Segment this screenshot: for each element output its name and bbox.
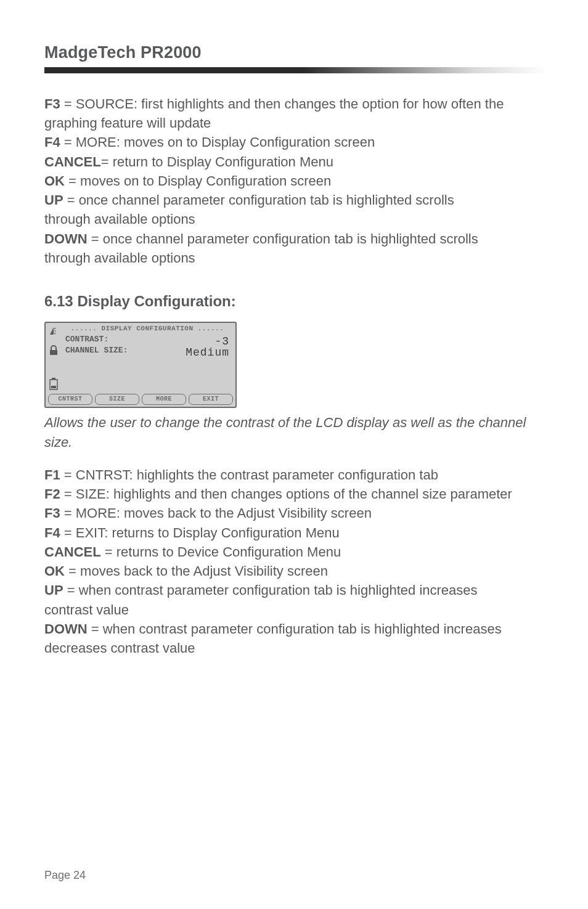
page-body: F3 = SOURCE: first highlights and then c… xyxy=(44,94,544,658)
key-label: CANCEL xyxy=(44,154,101,169)
key-desc: = moves back to the Adjust Visibility sc… xyxy=(65,563,328,579)
list-item: DOWN = when contrast parameter configura… xyxy=(44,619,544,638)
key-desc: = when contrast parameter configuration … xyxy=(63,582,478,598)
key-desc: = EXIT: returns to Display Configuration… xyxy=(60,525,340,540)
list-item: F1 = CNTRST: highlights the contrast par… xyxy=(44,465,544,484)
list-item-cont: decreases contrast value xyxy=(44,638,544,658)
svg-rect-3 xyxy=(51,386,56,388)
key-label: F2 xyxy=(44,486,60,502)
list-item: OK = moves on to Display Configuration s… xyxy=(44,171,544,190)
page-title: MadgeTech PR2000 xyxy=(44,43,544,62)
header-rule xyxy=(44,67,544,73)
list-item: F4 = EXIT: returns to Display Configurat… xyxy=(44,523,544,542)
key-label: OK xyxy=(44,173,65,189)
key-label: UP xyxy=(44,192,63,208)
key-label: UP xyxy=(44,582,63,598)
lcd-softkey-row: CNTRST SIZE MORE EXIT xyxy=(48,394,233,405)
lcd-screenshot: ...... DISPLAY CONFIGURATION ...... CONT… xyxy=(44,322,237,408)
lcd-softkey: EXIT xyxy=(189,394,233,405)
key-desc: = once channel parameter configuration t… xyxy=(88,231,478,247)
list-item: F3 = SOURCE: first highlights and then c… xyxy=(44,94,544,113)
key-desc: = moves on to Display Configuration scre… xyxy=(65,173,331,189)
list-item-cont: contrast value xyxy=(44,600,544,619)
key-label: CANCEL xyxy=(44,544,101,560)
lcd-row: CHANNEL SIZE: Medium xyxy=(65,345,229,361)
lcd-softkey: CNTRST xyxy=(48,394,92,405)
page-number: Page 24 xyxy=(44,869,86,882)
key-desc: = when contrast parameter configuration … xyxy=(88,621,502,637)
list-item-cont: through available options xyxy=(44,248,544,267)
key-desc: = SOURCE: first highlights and then chan… xyxy=(60,96,504,112)
svg-rect-0 xyxy=(50,350,57,355)
battery-icon xyxy=(48,377,59,391)
lock-icon xyxy=(48,345,59,356)
key-desc: = returns to Device Configuration Menu xyxy=(101,544,341,560)
lcd-softkey: SIZE xyxy=(95,394,139,405)
list-item: F2 = SIZE: highlights and then changes o… xyxy=(44,484,544,503)
list-item: F4 = MORE: moves on to Display Configura… xyxy=(44,132,544,152)
list-item: UP = once channel parameter configuratio… xyxy=(44,190,544,210)
list-item: UP = when contrast parameter configurati… xyxy=(44,581,544,600)
key-label: DOWN xyxy=(44,231,88,247)
list-item: F3 = MORE: moves back to the Adjust Visi… xyxy=(44,503,544,523)
lcd-row-label: CHANNEL SIZE: xyxy=(65,345,128,361)
key-label: F4 xyxy=(44,134,60,150)
key-label: OK xyxy=(44,563,65,579)
key-desc: = SIZE: highlights and then changes opti… xyxy=(60,486,512,502)
lcd-title: ...... DISPLAY CONFIGURATION ...... xyxy=(64,324,231,334)
key-desc: = once channel parameter configuration t… xyxy=(63,192,454,208)
key-label: F3 xyxy=(44,505,60,521)
document-page: MadgeTech PR2000 F3 = SOURCE: first high… xyxy=(0,0,588,909)
list-item: OK = moves back to the Adjust Visibility… xyxy=(44,561,544,581)
list-item-cont: graphing feature will update xyxy=(44,113,544,132)
key-label: F1 xyxy=(44,467,60,483)
page-header: MadgeTech PR2000 xyxy=(44,43,544,73)
figure-caption: Allows the user to change the contrast o… xyxy=(44,413,544,451)
key-desc: = CNTRST: highlights the contrast parame… xyxy=(60,467,438,483)
svg-rect-2 xyxy=(52,378,55,380)
key-desc: = MORE: moves on to Display Configuratio… xyxy=(60,134,375,150)
list-item-cont: through available options xyxy=(44,210,544,229)
list-item: DOWN = once channel parameter configurat… xyxy=(44,229,544,248)
lcd-screen: ...... DISPLAY CONFIGURATION ...... CONT… xyxy=(44,322,237,408)
spacer xyxy=(44,452,544,465)
list-item: CANCEL= return to Display Configuration … xyxy=(44,152,544,171)
signal-icon xyxy=(48,325,59,336)
key-list-a: F3 = SOURCE: first highlights and then c… xyxy=(44,94,544,267)
key-desc: = return to Display Configuration Menu xyxy=(101,154,333,169)
key-desc: = MORE: moves back to the Adjust Visibil… xyxy=(60,505,372,521)
lcd-row-value: Medium xyxy=(186,345,229,361)
lcd-softkey: MORE xyxy=(142,394,186,405)
key-list-b: F1 = CNTRST: highlights the contrast par… xyxy=(44,465,544,658)
list-item: CANCEL = returns to Device Configuration… xyxy=(44,542,544,561)
key-label: F4 xyxy=(44,525,60,540)
section-heading: 6.13 Display Configuration: xyxy=(44,291,544,312)
key-label: F3 xyxy=(44,96,60,112)
key-label: DOWN xyxy=(44,621,88,637)
